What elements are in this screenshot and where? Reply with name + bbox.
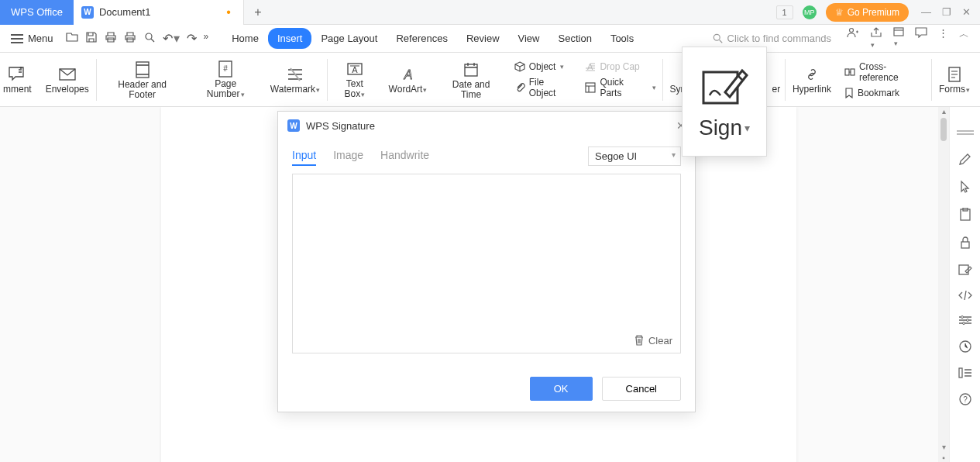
save-icon[interactable] <box>85 31 98 46</box>
kebab-icon[interactable]: ⋮ <box>938 27 948 50</box>
svg-text:A: A <box>403 68 412 81</box>
svg-point-23 <box>966 319 968 322</box>
go-premium-button[interactable]: ♕ Go Premium <box>826 3 909 22</box>
comment-icon <box>9 64 26 84</box>
svg-text:#: # <box>223 64 228 73</box>
file-object-button[interactable]: File Object <box>514 77 573 98</box>
rail-toggle-icon[interactable] <box>957 130 974 135</box>
code-icon[interactable] <box>958 290 972 301</box>
page-indicator[interactable]: 1 <box>776 5 793 19</box>
signature-tabs: Input Image Handwrite <box>292 146 429 166</box>
user-avatar[interactable]: MP <box>803 5 817 19</box>
more-qat-icon[interactable]: » <box>204 31 209 46</box>
open-icon[interactable] <box>66 31 78 46</box>
clipboard-icon[interactable] <box>959 208 971 222</box>
watermark-icon <box>287 64 304 84</box>
text-box-button[interactable]: A Text Box▾ <box>328 53 382 106</box>
close-button[interactable]: ✕ <box>962 6 971 18</box>
object-icon <box>514 61 525 72</box>
dropcap-group: ADrop Cap Quick Parts▾ <box>579 53 662 106</box>
window-controls: — ❐ ✕ <box>918 6 974 18</box>
lock-icon[interactable] <box>959 236 971 250</box>
dropcap-icon: A <box>585 62 596 71</box>
svg-rect-26 <box>959 368 962 378</box>
header-footer-button[interactable]: Header and Footer <box>97 53 188 106</box>
maximize-button[interactable]: ❐ <box>942 6 951 18</box>
cancel-button[interactable]: Cancel <box>602 377 681 401</box>
help-icon[interactable]: ? <box>958 392 972 406</box>
tab-review[interactable]: Review <box>457 28 509 49</box>
scroll-stop-icon[interactable]: ▪ <box>938 453 949 462</box>
print-preview-icon[interactable] <box>124 31 136 46</box>
tab-input[interactable]: Input <box>292 146 316 166</box>
menu-button[interactable]: Menu <box>5 29 60 47</box>
tab-handwrite[interactable]: Handwrite <box>380 146 429 166</box>
sliders-icon[interactable] <box>958 315 972 326</box>
command-search[interactable]: Click to find commands <box>713 33 831 44</box>
vertical-scrollbar[interactable]: ▴ ▾ ▪ <box>938 107 949 462</box>
scroll-up-icon[interactable]: ▴ <box>938 107 949 116</box>
word-art-button[interactable]: A WordArt▾ <box>382 53 435 106</box>
chat-icon[interactable] <box>915 27 927 50</box>
new-tab-button[interactable]: + <box>244 0 272 25</box>
quick-parts-icon <box>585 82 596 93</box>
share-icon[interactable]: ▾ <box>870 27 882 50</box>
clear-button[interactable]: Clear <box>634 334 672 346</box>
document-name: Document1 <box>99 6 221 18</box>
hyperlink-button[interactable]: Hyperlink <box>786 53 838 106</box>
header-row-button[interactable]: er <box>768 53 785 106</box>
window-icon[interactable]: ▾ <box>893 27 904 50</box>
history-icon[interactable] <box>958 340 972 353</box>
watermark-label: Watermark▾ <box>270 84 320 95</box>
tab-insert[interactable]: Insert <box>268 28 312 49</box>
font-select[interactable]: Segoe UI <box>588 147 681 166</box>
minimize-button[interactable]: — <box>921 6 931 18</box>
envelopes-button[interactable]: Envelopes <box>39 53 96 106</box>
svg-point-22 <box>961 316 963 319</box>
forms-button[interactable]: Forms▾ <box>932 53 977 106</box>
pen-signature-icon <box>699 63 750 109</box>
tab-view[interactable]: View <box>509 28 549 49</box>
envelopes-label: Envelopes <box>46 84 89 95</box>
print-icon[interactable] <box>105 31 117 46</box>
svg-point-24 <box>962 322 965 325</box>
tab-tools[interactable]: Tools <box>601 28 643 49</box>
user-icon[interactable] <box>847 27 859 50</box>
app-tab[interactable]: WPS Office <box>0 0 74 25</box>
redo-icon[interactable]: ↷ <box>187 31 197 46</box>
pencil-icon[interactable] <box>958 152 972 166</box>
comment-button[interactable]: mment <box>3 53 39 106</box>
tab-references[interactable]: References <box>387 28 456 49</box>
object-button[interactable]: Object▾ <box>514 61 565 72</box>
drop-cap-button[interactable]: ADrop Cap <box>585 61 639 72</box>
ok-button[interactable]: OK <box>530 377 593 401</box>
outline-icon[interactable] <box>958 367 972 378</box>
scroll-down-icon[interactable]: ▾ <box>938 443 949 451</box>
edit-file-icon[interactable] <box>958 264 972 276</box>
tab-home[interactable]: Home <box>222 28 268 49</box>
unsaved-indicator: • <box>226 5 231 19</box>
tab-section[interactable]: Section <box>549 28 601 49</box>
tab-page-layout[interactable]: Page Layout <box>311 28 387 49</box>
document-tab[interactable]: W Document1 • <box>74 0 244 25</box>
dialog-header[interactable]: W WPS Signature ✕ <box>278 112 695 140</box>
scroll-thumb[interactable] <box>940 118 947 141</box>
signature-canvas[interactable]: Clear <box>292 174 681 353</box>
quick-parts-button[interactable]: Quick Parts▾ <box>585 77 655 98</box>
collapse-ribbon-icon[interactable]: ︿ <box>959 27 969 50</box>
tab-image[interactable]: Image <box>333 146 363 166</box>
bookmark-label: Bookmark <box>858 88 899 98</box>
date-time-button[interactable]: Date and Time <box>434 53 507 106</box>
cross-reference-button[interactable]: Cross-reference <box>844 61 925 83</box>
bookmark-button[interactable]: Bookmark <box>844 88 899 98</box>
word-art-label: WordArt▾ <box>389 84 428 95</box>
page-number-button[interactable]: # Page Number▾ <box>188 53 263 106</box>
sign-popover[interactable]: Sign▾ <box>682 47 767 157</box>
preview-icon[interactable] <box>143 31 156 46</box>
file-object-label: File Object <box>529 77 573 98</box>
svg-rect-15 <box>845 69 849 75</box>
undo-icon[interactable]: ↶▾ <box>163 31 180 46</box>
cursor-icon[interactable] <box>959 180 971 194</box>
watermark-button[interactable]: Watermark▾ <box>263 53 327 106</box>
text-box-icon: A <box>347 59 363 79</box>
